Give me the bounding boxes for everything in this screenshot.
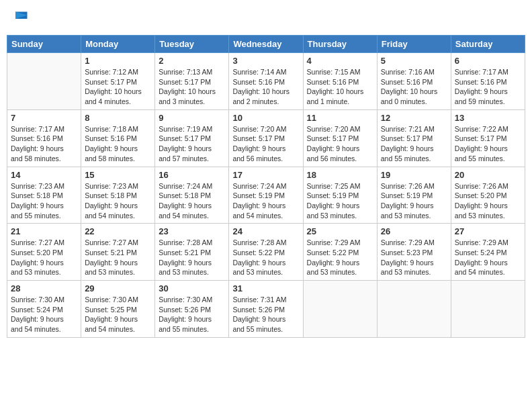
day-info: Sunrise: 7:27 AM Sunset: 5:21 PM Dayligh… — [85, 238, 151, 277]
calendar-cell: 26Sunrise: 7:29 AM Sunset: 5:23 PM Dayli… — [377, 224, 451, 281]
col-header-saturday: Saturday — [451, 36, 525, 53]
day-number: 22 — [85, 226, 151, 236]
day-number: 10 — [232, 113, 299, 123]
day-number: 16 — [159, 170, 225, 180]
day-number: 23 — [159, 226, 225, 236]
calendar-cell: 28Sunrise: 7:30 AM Sunset: 5:24 PM Dayli… — [7, 281, 81, 338]
calendar-cell: 23Sunrise: 7:28 AM Sunset: 5:21 PM Dayli… — [155, 224, 229, 281]
day-info: Sunrise: 7:15 AM Sunset: 5:16 PM Dayligh… — [307, 67, 373, 107]
day-number: 13 — [455, 113, 521, 123]
day-info: Sunrise: 7:25 AM Sunset: 5:19 PM Dayligh… — [307, 181, 373, 221]
day-info: Sunrise: 7:12 AM Sunset: 5:17 PM Dayligh… — [85, 67, 151, 107]
calendar-cell: 10Sunrise: 7:20 AM Sunset: 5:17 PM Dayli… — [229, 109, 303, 167]
calendar-cell: 2Sunrise: 7:13 AM Sunset: 5:17 PM Daylig… — [155, 53, 229, 110]
calendar-cell: 8Sunrise: 7:18 AM Sunset: 5:16 PM Daylig… — [81, 109, 155, 167]
calendar-cell — [7, 53, 81, 110]
day-info: Sunrise: 7:23 AM Sunset: 5:18 PM Dayligh… — [85, 181, 151, 221]
calendar-week-row: 28Sunrise: 7:30 AM Sunset: 5:24 PM Dayli… — [7, 281, 525, 338]
calendar-cell: 18Sunrise: 7:25 AM Sunset: 5:19 PM Dayli… — [303, 167, 377, 224]
day-number: 1 — [85, 56, 151, 66]
day-info: Sunrise: 7:31 AM Sunset: 5:26 PM Dayligh… — [232, 295, 299, 334]
day-number: 21 — [11, 226, 77, 236]
calendar-week-row: 1Sunrise: 7:12 AM Sunset: 5:17 PM Daylig… — [7, 53, 525, 110]
day-number: 6 — [455, 56, 521, 66]
day-number: 31 — [232, 283, 299, 293]
day-info: Sunrise: 7:24 AM Sunset: 5:18 PM Dayligh… — [159, 181, 225, 221]
day-info: Sunrise: 7:24 AM Sunset: 5:19 PM Dayligh… — [232, 181, 299, 221]
day-number: 30 — [159, 283, 225, 293]
col-header-sunday: Sunday — [7, 36, 81, 53]
day-info: Sunrise: 7:20 AM Sunset: 5:17 PM Dayligh… — [232, 124, 299, 164]
day-info: Sunrise: 7:18 AM Sunset: 5:16 PM Dayligh… — [85, 124, 151, 164]
calendar-cell: 7Sunrise: 7:17 AM Sunset: 5:16 PM Daylig… — [7, 109, 81, 167]
day-number: 14 — [11, 170, 77, 180]
day-info: Sunrise: 7:16 AM Sunset: 5:16 PM Dayligh… — [381, 67, 447, 107]
day-info: Sunrise: 7:28 AM Sunset: 5:21 PM Dayligh… — [159, 238, 225, 277]
calendar-cell: 3Sunrise: 7:14 AM Sunset: 5:16 PM Daylig… — [229, 53, 303, 110]
calendar-week-row: 7Sunrise: 7:17 AM Sunset: 5:16 PM Daylig… — [7, 109, 525, 167]
day-number: 24 — [232, 226, 299, 236]
day-number: 25 — [307, 226, 373, 236]
calendar-table: SundayMondayTuesdayWednesdayThursdayFrid… — [7, 35, 525, 338]
day-info: Sunrise: 7:22 AM Sunset: 5:17 PM Dayligh… — [455, 124, 521, 164]
calendar-cell: 19Sunrise: 7:26 AM Sunset: 5:19 PM Dayli… — [377, 167, 451, 224]
day-info: Sunrise: 7:27 AM Sunset: 5:20 PM Dayligh… — [11, 238, 77, 277]
day-number: 18 — [307, 170, 373, 180]
col-header-monday: Monday — [81, 36, 155, 53]
day-info: Sunrise: 7:29 AM Sunset: 5:22 PM Dayligh… — [307, 238, 373, 277]
day-info: Sunrise: 7:14 AM Sunset: 5:16 PM Dayligh… — [232, 67, 299, 107]
calendar-cell: 17Sunrise: 7:24 AM Sunset: 5:19 PM Dayli… — [229, 167, 303, 224]
calendar-week-row: 21Sunrise: 7:27 AM Sunset: 5:20 PM Dayli… — [7, 224, 525, 281]
day-info: Sunrise: 7:17 AM Sunset: 5:16 PM Dayligh… — [455, 67, 521, 107]
day-number: 15 — [85, 170, 151, 180]
day-info: Sunrise: 7:29 AM Sunset: 5:23 PM Dayligh… — [381, 238, 447, 277]
calendar-cell: 15Sunrise: 7:23 AM Sunset: 5:18 PM Dayli… — [81, 167, 155, 224]
day-number: 3 — [232, 56, 299, 66]
day-info: Sunrise: 7:20 AM Sunset: 5:17 PM Dayligh… — [307, 124, 373, 164]
day-info: Sunrise: 7:28 AM Sunset: 5:22 PM Dayligh… — [232, 238, 299, 277]
calendar-cell: 29Sunrise: 7:30 AM Sunset: 5:25 PM Dayli… — [81, 281, 155, 338]
day-number: 27 — [455, 226, 521, 236]
day-info: Sunrise: 7:30 AM Sunset: 5:26 PM Dayligh… — [159, 295, 225, 334]
calendar-cell: 31Sunrise: 7:31 AM Sunset: 5:26 PM Dayli… — [229, 281, 303, 338]
logo — [11, 9, 32, 28]
calendar-week-row: 14Sunrise: 7:23 AM Sunset: 5:18 PM Dayli… — [7, 167, 525, 224]
day-number: 11 — [307, 113, 373, 123]
day-info: Sunrise: 7:13 AM Sunset: 5:17 PM Dayligh… — [159, 67, 225, 107]
day-info: Sunrise: 7:26 AM Sunset: 5:19 PM Dayligh… — [381, 181, 447, 221]
day-number: 9 — [159, 113, 225, 123]
calendar-cell: 13Sunrise: 7:22 AM Sunset: 5:17 PM Dayli… — [451, 109, 525, 167]
calendar-cell: 5Sunrise: 7:16 AM Sunset: 5:16 PM Daylig… — [377, 53, 451, 110]
calendar-cell — [303, 281, 377, 338]
calendar-cell: 21Sunrise: 7:27 AM Sunset: 5:20 PM Dayli… — [7, 224, 81, 281]
day-info: Sunrise: 7:17 AM Sunset: 5:16 PM Dayligh… — [11, 124, 77, 164]
calendar-cell: 20Sunrise: 7:26 AM Sunset: 5:20 PM Dayli… — [451, 167, 525, 224]
day-info: Sunrise: 7:30 AM Sunset: 5:24 PM Dayligh… — [11, 295, 77, 334]
day-info: Sunrise: 7:30 AM Sunset: 5:25 PM Dayligh… — [85, 295, 151, 334]
day-number: 2 — [159, 56, 225, 66]
day-number: 12 — [381, 113, 447, 123]
day-info: Sunrise: 7:23 AM Sunset: 5:18 PM Dayligh… — [11, 181, 77, 221]
calendar-cell: 16Sunrise: 7:24 AM Sunset: 5:18 PM Dayli… — [155, 167, 229, 224]
calendar-cell: 24Sunrise: 7:28 AM Sunset: 5:22 PM Dayli… — [229, 224, 303, 281]
calendar-cell: 30Sunrise: 7:30 AM Sunset: 5:26 PM Dayli… — [155, 281, 229, 338]
day-number: 19 — [381, 170, 447, 180]
calendar-cell: 9Sunrise: 7:19 AM Sunset: 5:17 PM Daylig… — [155, 109, 229, 167]
calendar-cell: 1Sunrise: 7:12 AM Sunset: 5:17 PM Daylig… — [81, 53, 155, 110]
calendar-cell — [451, 281, 525, 338]
calendar-header-row: SundayMondayTuesdayWednesdayThursdayFrid… — [7, 36, 525, 53]
day-info: Sunrise: 7:29 AM Sunset: 5:24 PM Dayligh… — [455, 238, 521, 277]
page-header — [7, 7, 525, 31]
calendar-cell: 11Sunrise: 7:20 AM Sunset: 5:17 PM Dayli… — [303, 109, 377, 167]
day-number: 17 — [232, 170, 299, 180]
col-header-thursday: Thursday — [303, 36, 377, 53]
calendar-cell: 6Sunrise: 7:17 AM Sunset: 5:16 PM Daylig… — [451, 53, 525, 110]
day-info: Sunrise: 7:21 AM Sunset: 5:17 PM Dayligh… — [381, 124, 447, 164]
calendar-cell: 12Sunrise: 7:21 AM Sunset: 5:17 PM Dayli… — [377, 109, 451, 167]
day-number: 26 — [381, 226, 447, 236]
day-number: 29 — [85, 283, 151, 293]
day-info: Sunrise: 7:26 AM Sunset: 5:20 PM Dayligh… — [455, 181, 521, 221]
calendar-cell: 25Sunrise: 7:29 AM Sunset: 5:22 PM Dayli… — [303, 224, 377, 281]
calendar-cell: 27Sunrise: 7:29 AM Sunset: 5:24 PM Dayli… — [451, 224, 525, 281]
day-number: 20 — [455, 170, 521, 180]
